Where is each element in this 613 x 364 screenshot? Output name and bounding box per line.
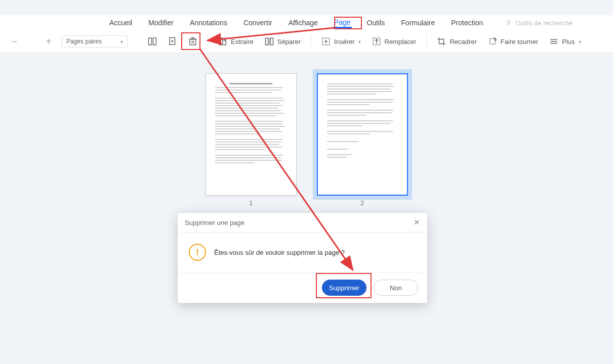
svg-point-0: [507, 21, 510, 24]
page-thumbnail[interactable]: [206, 73, 297, 196]
search-tools-label: Outils de recherche: [515, 19, 573, 27]
crop-label: Recadrer: [449, 38, 476, 46]
toolbar-separator: [311, 36, 311, 47]
zoom-in-button[interactable]: +: [44, 36, 54, 48]
menu-page[interactable]: Page: [333, 17, 352, 28]
extract-label: Extraire: [231, 38, 254, 46]
svg-rect-3: [153, 38, 156, 45]
page-thumbnail-grid: 1 2: [0, 73, 613, 207]
dialog-message: Êtes-vous sûr de vouloir supprimer la pa…: [214, 249, 345, 256]
confirm-delete-button[interactable]: Supprimer: [322, 280, 366, 296]
replace-icon: [372, 37, 381, 46]
menu-annotations[interactable]: Annotations: [189, 18, 228, 28]
cancel-button[interactable]: Non: [374, 280, 418, 296]
replace-label: Remplacer: [385, 38, 417, 46]
page-plus-icon: [168, 37, 177, 46]
rotate-button[interactable]: Faire tourner: [484, 34, 542, 49]
page-thumbnail[interactable]: [317, 73, 408, 196]
crop-button[interactable]: Recadrer: [433, 34, 480, 49]
toolbar-separator: [426, 36, 427, 47]
tool-delete-button[interactable]: [184, 34, 201, 49]
rotate-label: Faire tourner: [501, 38, 538, 46]
menu-affichage[interactable]: Affichage: [288, 18, 319, 28]
extract-button[interactable]: Extraire: [214, 34, 258, 49]
tool-thumbs-button[interactable]: [144, 34, 161, 49]
menu-bar: Accueil Modifier Annotations Convertir A…: [0, 15, 613, 30]
replace-button[interactable]: Remplacer: [368, 34, 421, 49]
insert-button[interactable]: Insérer ▾: [317, 34, 364, 49]
tool-insert-blank-button[interactable]: [164, 34, 181, 49]
insert-icon: [321, 37, 331, 46]
dialog-title: Supprimer une page: [185, 219, 244, 226]
rotate-icon: [488, 37, 497, 46]
split-icon: [265, 37, 274, 46]
more-button[interactable]: Plus ▾: [545, 34, 585, 49]
chevron-down-icon: ▾: [120, 39, 123, 44]
svg-rect-12: [219, 38, 223, 45]
menu-formulaire[interactable]: Formulaire: [400, 18, 436, 28]
split-button[interactable]: Séparer: [261, 34, 305, 49]
menu-outils[interactable]: Outils: [366, 18, 386, 28]
more-label: Plus: [562, 38, 575, 46]
svg-rect-2: [149, 38, 152, 45]
svg-rect-20: [490, 39, 496, 44]
chevron-down-icon: ▾: [358, 39, 361, 44]
trash-icon: [188, 37, 197, 46]
menu-convertir[interactable]: Convertir: [242, 18, 273, 28]
svg-rect-7: [190, 39, 196, 45]
insert-label: Insérer: [334, 38, 354, 46]
warning-icon: !: [189, 244, 206, 261]
crop-icon: [437, 37, 446, 46]
page-thumb-1[interactable]: 1: [206, 73, 297, 207]
page-filter-select[interactable]: Pages paires ▾: [62, 35, 128, 48]
menu-modifier[interactable]: Modifier: [147, 18, 175, 28]
svg-rect-11: [192, 38, 194, 39]
zoom-out-button[interactable]: −: [9, 36, 19, 48]
top-spacer: [0, 0, 613, 15]
svg-rect-14: [270, 38, 273, 45]
toolbar-separator: [208, 36, 208, 47]
menu-accueil[interactable]: Accueil: [108, 18, 133, 28]
extract-icon: [218, 37, 227, 46]
search-tools[interactable]: Outils de recherche: [505, 19, 573, 27]
toolbar: − + Pages paires ▾ Extraire Séparer: [0, 30, 613, 53]
menu-protection[interactable]: Protection: [450, 18, 484, 28]
split-label: Séparer: [277, 38, 301, 46]
dialog-header: Supprimer une page ✕: [178, 213, 427, 233]
page-number: 2: [360, 200, 364, 207]
delete-page-dialog: Supprimer une page ✕ ! Êtes-vous sûr de …: [177, 212, 428, 303]
close-icon[interactable]: ✕: [414, 218, 420, 227]
page-thumb-2[interactable]: 2: [317, 73, 408, 207]
layout-grid-icon: [148, 37, 157, 46]
page-filter-label: Pages paires: [66, 38, 102, 45]
page-number: 1: [249, 200, 253, 207]
chevron-down-icon: ▾: [579, 39, 581, 44]
svg-rect-1: [508, 24, 509, 25]
svg-rect-13: [265, 38, 268, 45]
more-icon: [549, 37, 558, 46]
lightbulb-icon: [505, 19, 512, 26]
